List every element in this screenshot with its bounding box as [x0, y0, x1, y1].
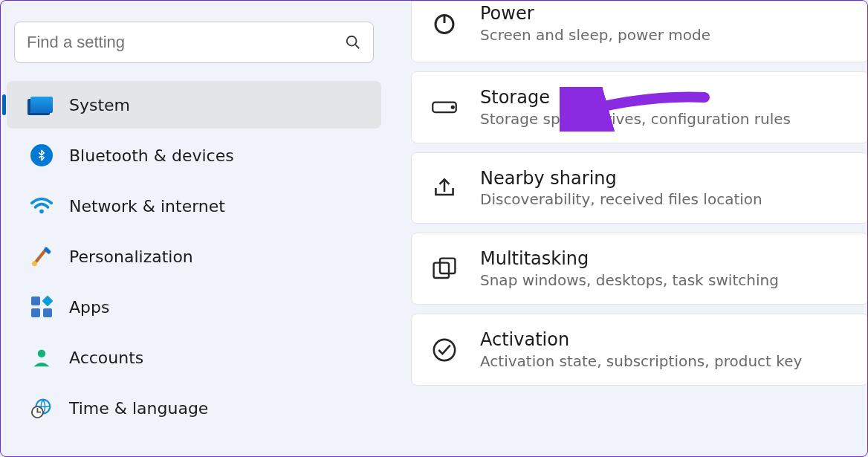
svg-point-0: [347, 36, 357, 46]
card-title: Power: [480, 3, 710, 25]
svg-point-3: [32, 261, 37, 266]
card-activation[interactable]: Activation Activation state, subscriptio…: [411, 314, 868, 386]
settings-sidebar: System Bluetooth & devices Network & int…: [1, 1, 387, 457]
bluetooth-icon: [30, 144, 53, 166]
card-storage[interactable]: Storage Storage space, drives, configura…: [411, 71, 868, 143]
sidebar-item-apps[interactable]: Apps: [7, 283, 381, 331]
storage-icon: [431, 94, 458, 120]
sidebar-item-network[interactable]: Network & internet: [7, 182, 381, 230]
svg-line-1: [355, 45, 359, 48]
share-icon: [431, 175, 458, 201]
svg-rect-12: [440, 258, 455, 273]
search-box[interactable]: [14, 22, 374, 63]
card-title: Storage: [480, 87, 791, 108]
accounts-icon: [30, 346, 53, 369]
multitasking-icon: [431, 256, 458, 282]
sidebar-item-personalization[interactable]: Personalization: [7, 233, 381, 280]
svg-rect-11: [434, 262, 449, 277]
paintbrush-icon: [30, 245, 53, 268]
sidebar-item-label: Apps: [69, 298, 109, 317]
sidebar-item-label: Network & internet: [69, 197, 225, 215]
sidebar-item-label: Personalization: [69, 247, 193, 266]
system-icon: [30, 94, 53, 116]
sidebar-item-accounts[interactable]: Accounts: [7, 334, 381, 381]
wifi-icon: [30, 195, 53, 217]
sidebar-item-label: System: [69, 96, 130, 114]
card-subtitle: Storage space, drives, configuration rul…: [480, 110, 791, 128]
nav-list: System Bluetooth & devices Network & int…: [1, 81, 387, 432]
sidebar-item-system[interactable]: System: [7, 81, 381, 129]
svg-point-2: [39, 210, 44, 214]
svg-point-10: [452, 106, 454, 108]
search-icon: [345, 34, 361, 51]
activation-icon: [431, 337, 458, 363]
power-icon: [431, 10, 458, 36]
card-title: Activation: [480, 329, 802, 351]
search-input[interactable]: [25, 32, 345, 53]
card-subtitle: Discoverability, received files location: [480, 190, 762, 208]
card-title: Nearby sharing: [480, 168, 762, 189]
card-subtitle: Snap windows, desktops, task switching: [480, 271, 779, 289]
card-title: Multitasking: [480, 248, 779, 270]
sidebar-item-label: Accounts: [69, 349, 143, 367]
card-subtitle: Screen and sleep, power mode: [480, 26, 710, 44]
card-subtitle: Activation state, subscriptions, product…: [480, 352, 802, 370]
card-power[interactable]: Power Screen and sleep, power mode: [411, 1, 868, 62]
sidebar-item-label: Time & language: [69, 399, 208, 418]
card-multitasking[interactable]: Multitasking Snap windows, desktops, tas…: [411, 233, 868, 305]
svg-point-4: [38, 350, 46, 358]
card-nearby-sharing[interactable]: Nearby sharing Discoverability, received…: [411, 152, 868, 224]
svg-point-13: [434, 339, 455, 360]
sidebar-item-bluetooth[interactable]: Bluetooth & devices: [7, 132, 381, 179]
sidebar-item-time-language[interactable]: Time & language: [7, 384, 381, 432]
settings-content: Power Screen and sleep, power mode Stora…: [411, 1, 868, 457]
sidebar-item-label: Bluetooth & devices: [69, 146, 234, 165]
apps-icon: [30, 296, 53, 318]
globe-clock-icon: [30, 397, 53, 419]
